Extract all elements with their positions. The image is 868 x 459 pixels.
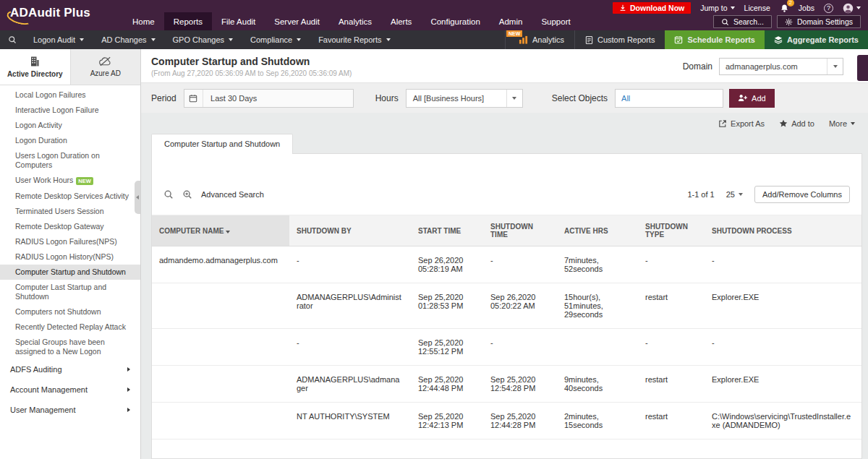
sidebar-item-remote-desktop-services[interactable]: Remote Desktop Services Activity: [0, 189, 140, 204]
sidebar-item-interactive-logon-failure[interactable]: Interactive Logon Failure: [0, 103, 140, 118]
global-search-button[interactable]: Search...: [713, 15, 772, 28]
nav-item-configuration[interactable]: Configuration: [421, 12, 489, 30]
nav-item-analytics[interactable]: Analytics: [329, 12, 381, 30]
chevron-down-icon: [80, 38, 84, 41]
add-remove-columns-button[interactable]: Add/Remove Columns: [754, 186, 850, 203]
menu-compliance[interactable]: Compliance: [242, 30, 310, 49]
menu-gpo-changes[interactable]: GPO Changes: [164, 30, 242, 49]
app-logo[interactable]: ADAudit Plus: [10, 6, 90, 20]
jump-to-menu[interactable]: Jump to: [700, 4, 734, 12]
help-button[interactable]: ?: [824, 4, 833, 13]
schedule-reports-button[interactable]: Schedule Reports: [665, 30, 765, 49]
sidebar-item-computer-last-startup-shutdown[interactable]: Computer Last Startup and Shutdown: [0, 280, 140, 304]
notifications-bell-button[interactable]: 2: [780, 4, 789, 13]
filter-bar: Period Hours All [Business Hours] Select…: [141, 82, 868, 113]
column-search-button[interactable]: [163, 189, 174, 200]
hours-select[interactable]: All [Business Hours]: [406, 89, 523, 108]
menu-ad-changes[interactable]: AD Changes: [93, 30, 163, 49]
chevron-down-icon: [856, 7, 861, 9]
azure-ad-icon: [98, 56, 112, 67]
chevron-right-icon: [127, 387, 130, 392]
custom-reports-button[interactable]: Custom Reports: [574, 30, 665, 49]
period-input[interactable]: [203, 94, 353, 103]
period-picker: [184, 89, 354, 108]
license-link[interactable]: License: [744, 4, 770, 12]
sidebar-item-computers-not-shutdown[interactable]: Computers not Shutdown: [0, 304, 140, 319]
domain-select[interactable]: admanagerplus.com: [719, 58, 843, 75]
sidebar-item-radius-logon-failures[interactable]: RADIUS Logon Failures(NPS): [0, 234, 140, 249]
side-panel-handle[interactable]: [857, 55, 868, 81]
export-as-button[interactable]: Export As: [718, 119, 765, 128]
menu-favourite-reports[interactable]: Favourite Reports: [310, 30, 399, 49]
reports-menu-bar: Logon Audit AD Changes GPO Changes Compl…: [0, 30, 868, 49]
column-header-shutdown-time[interactable]: SHUTDOWN TIME: [483, 215, 557, 246]
jobs-link[interactable]: Jobs: [799, 4, 814, 12]
table-cell: -: [638, 246, 705, 283]
sidebar-item-special-groups[interactable]: Special Groups have been assigned to a N…: [0, 335, 140, 359]
reports-search-button[interactable]: [0, 30, 25, 49]
sidebar-item-users-logon-duration[interactable]: Users Logon Duration on Computers: [0, 148, 140, 173]
column-header-computer-name[interactable]: COMPUTER NAME: [152, 215, 289, 246]
nav-item-server-audit[interactable]: Server Audit: [265, 12, 329, 30]
nav-item-admin[interactable]: Admin: [490, 12, 532, 30]
table-cell: restart: [638, 283, 705, 329]
sidebar-group-user-management[interactable]: User Management: [0, 400, 140, 420]
chevron-right-icon: [127, 408, 130, 412]
table-cell: restart: [638, 403, 705, 439]
analytics-button[interactable]: NEW Analytics: [505, 30, 574, 49]
nav-item-alerts[interactable]: Alerts: [381, 12, 421, 30]
sidebar-group-adfs-auditing[interactable]: ADFS Auditing: [0, 359, 140, 379]
table-cell: Sep 26,2020 05:28:19 AM: [411, 246, 483, 283]
download-icon: [619, 4, 626, 12]
nav-item-file-audit[interactable]: File Audit: [212, 12, 265, 30]
advanced-search-button[interactable]: [182, 189, 192, 200]
download-now-button[interactable]: Download Now: [613, 2, 691, 14]
table-cell: 2minutes, 15seconds: [557, 403, 638, 439]
column-header-shutdown-by[interactable]: SHUTDOWN BY: [289, 215, 411, 246]
sidebar-item-local-logon-failures[interactable]: Local Logon Failures: [0, 87, 140, 103]
sidebar-tabs: Active Directory Azure AD: [0, 49, 140, 85]
sidebar-item-replay-attack[interactable]: Recently Detected Replay Attack: [0, 319, 140, 335]
menu-logon-audit[interactable]: Logon Audit: [25, 30, 93, 49]
page-size-select[interactable]: 25: [726, 190, 743, 199]
nav-item-reports[interactable]: Reports: [164, 12, 212, 30]
table-cell: Explorer.EXE: [705, 283, 861, 329]
advanced-search-label[interactable]: Advanced Search: [201, 190, 264, 199]
select-objects-input[interactable]: [615, 89, 723, 108]
column-header-shutdown-type[interactable]: SHUTDOWN TYPE: [638, 215, 705, 246]
nav-item-home[interactable]: Home: [123, 12, 164, 30]
tab-azure-ad[interactable]: Azure AD: [70, 49, 141, 85]
table-cell: 7minutes, 52seconds: [557, 246, 638, 283]
advanced-search-icon: [182, 189, 192, 200]
table-cell: -: [705, 329, 861, 366]
sidebar-item-terminated-users-session[interactable]: Terminated Users Session: [0, 204, 140, 219]
column-header-start-time[interactable]: START TIME: [411, 215, 483, 246]
tab-computer-startup-shutdown[interactable]: Computer Startup and Shutdown: [151, 134, 293, 154]
sidebar-item-user-work-hours[interactable]: User Work HoursNEW: [0, 173, 140, 189]
sidebar-item-computer-startup-shutdown[interactable]: Computer Startup and Shutdown: [0, 265, 140, 280]
sidebar-item-logon-activity[interactable]: Logon Activity: [0, 118, 140, 133]
more-menu[interactable]: More: [829, 119, 855, 128]
report-card: Advanced Search 1-1 of 1 25 Add/Remove C…: [151, 153, 862, 459]
chevron-down-icon: [386, 38, 391, 41]
table-cell: ADMANAGERPLUS\admanager: [289, 366, 411, 403]
add-to-button[interactable]: Add to: [779, 119, 814, 128]
nav-item-support[interactable]: Support: [532, 12, 579, 30]
aggregate-reports-button[interactable]: Aggregate Reports: [765, 30, 868, 49]
search-icon: [163, 189, 174, 200]
user-account-menu[interactable]: [843, 3, 861, 14]
sidebar-item-remote-desktop-gateway[interactable]: Remote Desktop Gateway: [0, 219, 140, 234]
sidebar-item-radius-logon-history[interactable]: RADIUS Logon History(NPS): [0, 249, 140, 265]
sidebar-group-account-management[interactable]: Account Management: [0, 379, 140, 400]
calendar-button[interactable]: [184, 90, 203, 107]
column-header-active-hrs[interactable]: ACTIVE HRS: [557, 215, 638, 246]
domain-settings-button[interactable]: Domain Settings: [777, 15, 861, 28]
table-cell: admandemo.admanagerplus.com: [152, 246, 289, 283]
table-cell: Sep 25,2020 12:55:12 PM: [411, 329, 483, 366]
sidebar-item-logon-duration[interactable]: Logon Duration: [0, 133, 140, 148]
tab-active-directory[interactable]: Active Directory: [0, 49, 70, 85]
hours-label: Hours: [375, 93, 399, 103]
sidebar-collapse-handle[interactable]: [135, 181, 140, 214]
column-header-shutdown-process[interactable]: SHUTDOWN PROCESS: [705, 215, 861, 246]
add-button[interactable]: Add: [729, 89, 775, 108]
